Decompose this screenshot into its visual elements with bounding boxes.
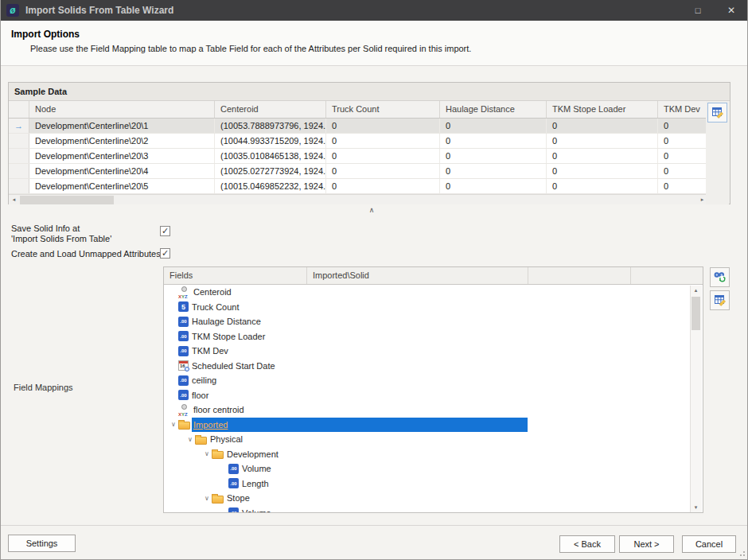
datetime-field-icon: 16 — [178, 360, 189, 371]
group-title: Sample Data — [14, 87, 67, 96]
column-header-truck-count[interactable]: Truck Count — [326, 101, 440, 118]
next-button[interactable]: Next > — [619, 535, 674, 553]
table-cell: (10053.7888973796, 1924... — [215, 119, 326, 133]
close-icon: ✕ — [727, 5, 735, 16]
grid-edit-icon — [711, 106, 724, 120]
column-header-tkm-stope-loader[interactable]: TKM Stope Loader — [547, 101, 658, 118]
row-selector[interactable] — [9, 164, 29, 178]
row-selector[interactable] — [9, 179, 29, 193]
tree-item-volume[interactable]: .00Volume — [164, 506, 703, 513]
maximize-button[interactable]: □ — [681, 0, 715, 21]
tree-item-label: Length — [242, 479, 269, 488]
folder-icon — [212, 496, 224, 504]
empty-column-header[interactable] — [528, 267, 631, 284]
table-cell: Development\Centerline\20\4 — [29, 164, 215, 178]
tree-item-development[interactable]: ∨Development — [164, 447, 703, 462]
table-cell: (10025.0272773924, 1924... — [215, 164, 326, 178]
table-cell: Development\Centerline\20\1 — [29, 119, 215, 133]
table-row[interactable]: →Development\Centerline\20\1(10053.78889… — [9, 119, 707, 134]
scrollbar-thumb[interactable] — [20, 196, 114, 204]
fields-column-header[interactable]: Fields — [164, 267, 307, 284]
tree-item-truck-count[interactable]: 5Truck Count — [164, 300, 703, 315]
tree-item-label: Haulage Distance — [192, 317, 261, 326]
table-cell: 0 — [440, 119, 547, 133]
decimal-field-icon: .00 — [228, 478, 239, 488]
table-cell: 0 — [547, 179, 658, 193]
tree-item-label: Physical — [210, 434, 243, 444]
table-cell: (10035.0108465138, 1924... — [215, 149, 326, 163]
tree-item-tkm-dev[interactable]: .00TKM Dev — [164, 344, 703, 359]
back-button[interactable]: < Back — [559, 535, 615, 553]
table-cell: 0 — [440, 134, 547, 148]
cancel-button[interactable]: Cancel — [682, 535, 736, 553]
customize-sample-grid-button[interactable] — [707, 103, 727, 122]
tree-item-label: Volume — [242, 464, 271, 473]
vertical-scrollbar[interactable]: ▴ ▾ — [690, 286, 702, 512]
resize-grip[interactable] — [738, 551, 745, 558]
table-row[interactable]: Development\Centerline\20\2(10044.993371… — [9, 134, 707, 149]
table-cell: 0 — [326, 149, 440, 163]
field-mappings-header: Fields Imported\Solid — [164, 267, 703, 285]
folder-icon — [178, 422, 190, 430]
column-header-centeroid[interactable]: Centeroid — [215, 101, 326, 118]
tree-item-imported[interactable]: ∨Imported — [164, 418, 703, 433]
current-row-arrow-icon: → — [14, 122, 23, 130]
chevron-down-icon[interactable]: ∨ — [202, 450, 212, 457]
table-row[interactable]: Development\Centerline\20\5(10015.046985… — [9, 179, 707, 194]
sample-data-group-header: Sample Data — [9, 83, 730, 101]
tree-item-centeroid[interactable]: XYZCenteroid — [164, 285, 703, 300]
table-row[interactable]: Development\Centerline\20\4(10025.027277… — [9, 164, 707, 179]
tree-item-floor-centroid[interactable]: XYZfloor centroid — [164, 402, 703, 418]
horizontal-scrollbar[interactable]: ◂ ▸ — [9, 194, 707, 204]
wizard-header: Import Options Please use the Field Mapp… — [0, 21, 748, 66]
tree-item-scheduled-start-date[interactable]: 16Scheduled Start Date — [164, 359, 703, 374]
settings-button[interactable]: Settings — [8, 535, 76, 552]
chevron-down-icon[interactable]: ∨ — [202, 495, 212, 502]
tree-item-tkm-stope-loader[interactable]: .00TKM Stope Loader — [164, 329, 703, 344]
integer-field-icon: 5 — [178, 301, 189, 312]
row-selector[interactable] — [9, 149, 29, 163]
create-unmapped-checkbox[interactable]: ✓ — [160, 248, 170, 259]
edit-field-table-button[interactable] — [710, 290, 730, 310]
collapse-splitter-button[interactable]: ∧ — [362, 206, 381, 215]
table-cell: 0 — [547, 134, 658, 148]
column-header-haulage-distance[interactable]: Haulage Distance — [440, 101, 547, 118]
table-cell: 0 — [440, 164, 547, 178]
tree-item-label: Imported — [193, 420, 228, 430]
decimal-field-icon: .00 — [178, 317, 189, 327]
column-header-node[interactable]: Node — [29, 101, 215, 118]
close-button[interactable]: ✕ — [715, 0, 748, 21]
tree-item-haulage-distance[interactable]: .00Haulage Distance — [164, 314, 703, 329]
tree-item-label: Development — [227, 449, 279, 459]
auto-map-button[interactable] — [710, 267, 730, 287]
tree-item-floor[interactable]: .00floor — [164, 388, 703, 403]
table-row[interactable]: Development\Centerline\20\3(10035.010846… — [9, 149, 707, 164]
imported-solid-column-header[interactable]: Imported\Solid — [307, 267, 528, 284]
window-title: Import Solids From Table Wizard — [25, 5, 173, 16]
table-cell: 0 — [326, 119, 440, 133]
table-cell: 0 — [440, 149, 547, 163]
decimal-field-icon: .00 — [178, 331, 189, 341]
binoculars-sync-icon — [713, 270, 727, 285]
scroll-left-arrow-icon[interactable]: ◂ — [9, 195, 19, 204]
tree-item-stope[interactable]: ∨Stope — [164, 491, 703, 506]
scrollbar-thumb[interactable] — [692, 297, 700, 330]
chevron-down-icon[interactable]: ∨ — [185, 436, 195, 443]
table-cell: (10044.9933715209, 1924... — [215, 134, 326, 148]
save-solid-info-checkbox[interactable]: ✓ — [160, 226, 170, 236]
tree-item-length[interactable]: .00Length — [164, 476, 703, 492]
row-selector[interactable] — [9, 134, 29, 148]
tree-item-physical[interactable]: ∨Physical — [164, 432, 703, 447]
table-cell: 0 — [326, 179, 440, 193]
table-cell: 0 — [547, 149, 658, 163]
scroll-up-arrow-icon[interactable]: ▴ — [691, 287, 701, 294]
tree-item-label: floor — [192, 391, 208, 400]
scroll-down-arrow-icon[interactable]: ▾ — [691, 504, 701, 511]
chevron-down-icon[interactable]: ∨ — [169, 421, 178, 428]
column-header-tkm-dev[interactable]: TKM Dev — [658, 101, 707, 118]
folder-icon — [195, 437, 207, 445]
table-cell: 0 — [547, 164, 658, 178]
tree-item-volume[interactable]: .00Volume — [164, 461, 703, 476]
tree-item-ceiling[interactable]: .00ceiling — [164, 373, 703, 388]
row-selector[interactable]: → — [9, 119, 29, 133]
